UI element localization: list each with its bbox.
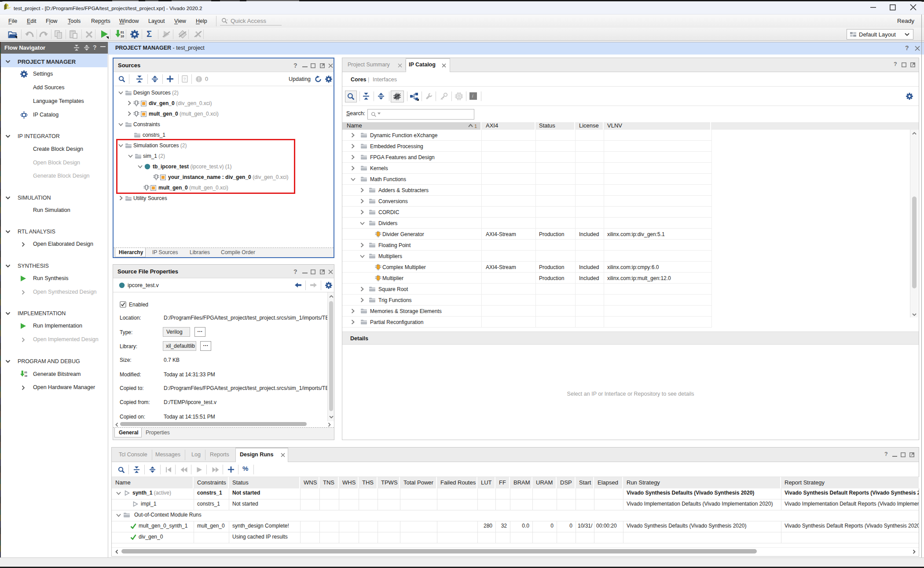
svg-text:10: 10 [121, 35, 124, 38]
svg-text:?: ? [183, 77, 186, 81]
svg-text:01: 01 [25, 371, 27, 374]
svg-text:01: 01 [121, 31, 124, 34]
svg-text:10: 10 [25, 375, 27, 377]
